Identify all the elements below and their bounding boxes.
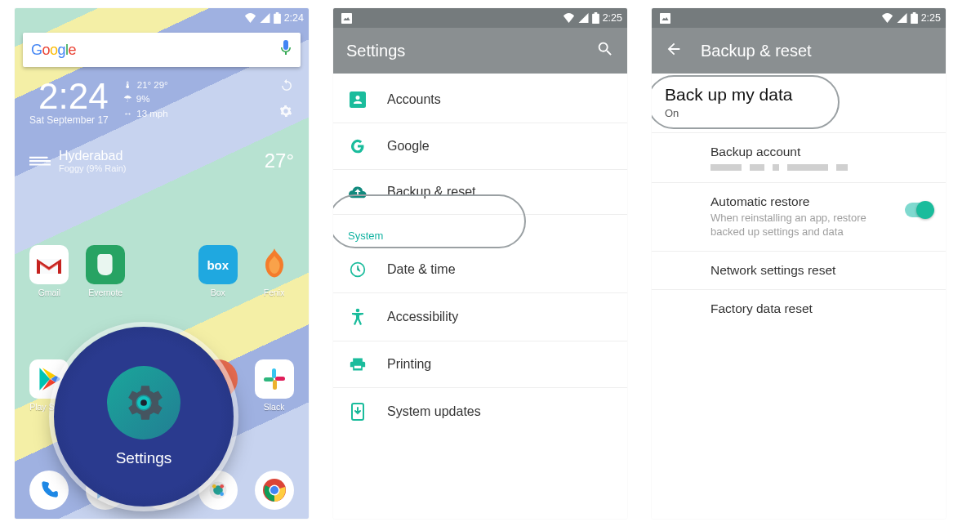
app-fenix[interactable]: Fenix (246, 245, 302, 348)
item-google[interactable]: Google (333, 123, 627, 170)
svg-point-17 (212, 484, 216, 489)
mic-icon[interactable] (279, 40, 292, 60)
update-icon (348, 403, 368, 421)
settings-spotlight-label: Settings (116, 449, 172, 467)
accounts-icon (348, 91, 368, 108)
screen-title: Backup & reset (701, 42, 812, 60)
svg-rect-3 (264, 377, 274, 382)
app-box[interactable]: box Box (189, 245, 246, 348)
settings-quick-icon[interactable] (279, 105, 294, 121)
svg-point-18 (220, 484, 224, 489)
backup-list: Back up my data On Backup account Automa… (652, 74, 946, 328)
app-slack[interactable]: Slack (246, 359, 302, 462)
weather-temp: 27° (265, 149, 294, 172)
battery-icon (592, 12, 599, 24)
item-backup-reset[interactable]: Backup & reset (333, 170, 627, 215)
svg-rect-5 (275, 377, 285, 381)
battery-icon (911, 12, 918, 24)
wifi-icon (881, 13, 893, 23)
status-clock: 2:25 (921, 12, 941, 24)
svg-rect-25 (341, 13, 352, 24)
svg-point-28 (356, 309, 360, 313)
weather-widget[interactable]: Hyderabad Foggy (9% Rain) 27° (29, 149, 294, 173)
app-gmail[interactable]: Gmail (21, 245, 78, 348)
settings-spotlight[interactable]: Settings (54, 327, 234, 506)
refresh-icon[interactable] (279, 78, 294, 96)
signal-icon (578, 13, 589, 23)
redacted-account (710, 164, 931, 171)
thermometer-icon: 🌡 (123, 78, 133, 92)
weather-city: Hyderabad (59, 149, 127, 163)
accessibility-icon (348, 308, 368, 326)
date-widget: Sat September 17 (29, 114, 109, 126)
status-bar: 2:25 (652, 8, 946, 28)
google-search-bar[interactable]: Google (23, 33, 301, 67)
gear-icon (107, 366, 180, 440)
toggle-auto-restore[interactable] (905, 203, 933, 217)
item-accessibility[interactable]: Accessibility (333, 293, 627, 341)
wind-icon: ↔ (123, 107, 133, 121)
svg-point-22 (270, 486, 278, 494)
clock-icon (348, 261, 368, 278)
item-accounts[interactable]: Accounts (333, 77, 627, 123)
svg-rect-2 (272, 368, 276, 378)
item-printing[interactable]: Printing (333, 341, 627, 388)
section-system: System (333, 215, 627, 247)
weather-mini[interactable]: 🌡21° 29° ☂9% ↔13 mph (123, 78, 168, 121)
screenshot-icon (660, 13, 670, 24)
item-backup-account[interactable]: Backup account (652, 133, 946, 183)
svg-rect-4 (273, 380, 277, 390)
settings-list: Accounts Google Backup & reset System Da… (333, 74, 627, 435)
item-automatic-restore[interactable]: Automatic restore When reinstalling an a… (652, 183, 946, 252)
clock-widget[interactable]: 2:24 (29, 78, 109, 114)
item-system-updates[interactable]: System updates (333, 388, 627, 435)
dock-phone[interactable] (29, 471, 69, 510)
svg-rect-30 (660, 13, 670, 24)
google-logo: Google (31, 42, 76, 59)
backup-icon (348, 185, 368, 199)
svg-point-19 (220, 492, 224, 496)
status-clock: 2:24 (284, 12, 304, 24)
status-bar: 2:25 (333, 8, 627, 28)
app-header: Settings (333, 28, 627, 74)
signal-icon (897, 13, 907, 23)
item-date-time[interactable]: Date & time (333, 247, 627, 293)
weather-icon (29, 150, 51, 172)
dock-chrome[interactable] (255, 471, 294, 510)
app-header: Backup & reset (652, 28, 946, 74)
settings-screen: 2:25 Settings Accounts Google Backup & r… (333, 8, 627, 519)
print-icon (348, 356, 368, 373)
wifi-icon (244, 13, 256, 23)
svg-point-24 (140, 399, 147, 406)
umbrella-icon: ☂ (123, 92, 132, 106)
search-icon[interactable] (596, 40, 614, 62)
signal-icon (260, 13, 270, 23)
home-screen: 2:24 Google 2:24 Sat September 17 🌡21° 2… (15, 8, 309, 519)
screen-title: Settings (346, 42, 405, 60)
home-widgets: 2:24 Sat September 17 🌡21° 29° ☂9% ↔13 m… (15, 72, 309, 173)
status-clock: 2:25 (603, 12, 622, 24)
battery-icon (274, 12, 281, 24)
status-bar: 2:24 (15, 8, 309, 28)
back-icon[interactable] (665, 40, 683, 61)
item-factory-reset[interactable]: Factory data reset (652, 290, 946, 328)
item-backup-my-data[interactable]: Back up my data On (652, 74, 946, 133)
weather-condition: Foggy (9% Rain) (59, 163, 127, 173)
item-network-reset[interactable]: Network settings reset (652, 252, 946, 290)
google-icon (348, 138, 368, 154)
screenshot-icon (341, 13, 352, 24)
backup-reset-screen: 2:25 Backup & reset Back up my data On B… (652, 8, 946, 519)
wifi-icon (563, 13, 575, 23)
